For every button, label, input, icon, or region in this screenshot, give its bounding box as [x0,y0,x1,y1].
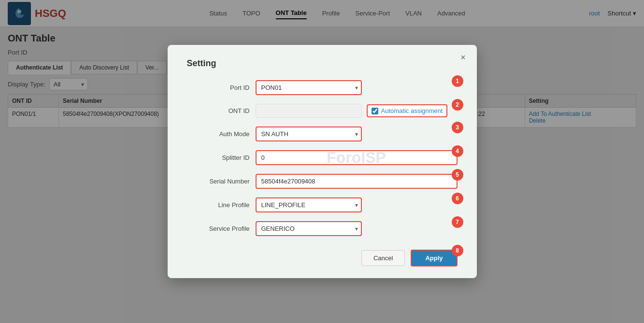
modal-title: Setting [187,58,458,69]
form-row-service-profile: Service Profile GENERICO 7 [187,221,458,236]
apply-button[interactable]: Apply [411,250,457,267]
service-profile-select-wrapper[interactable]: GENERICO [256,221,362,236]
step-badge-8: 8 [452,245,463,256]
service-profile-form-label: Service Profile [187,225,250,232]
automatic-assignment-checkbox[interactable] [372,108,378,114]
form-row-ont-id: ONT ID Automatic assignment 2 [187,104,458,118]
auth-mode-form-label: Auth Mode [187,130,250,138]
ont-id-input[interactable] [256,104,362,118]
step-badge-1: 1 [452,75,463,87]
step-badge-4: 4 [452,145,463,157]
automatic-assignment-text: Automatic assignment [381,107,443,114]
auth-mode-select-wrapper[interactable]: SN AUTH PASSWORD AUTH [256,126,362,141]
port-id-select-wrapper[interactable]: PON01 PON02 [256,80,362,95]
step-badge-2: 2 [452,99,463,111]
serial-number-form-label: Serial Number [187,178,250,185]
serial-number-input[interactable] [256,174,458,189]
service-profile-field: GENERICO 7 [256,221,458,236]
step-badge-5: 5 [452,169,463,181]
ont-id-field: Automatic assignment 2 [256,104,458,118]
form-row-splitter-id: Splitter ID ForoISP 4 [187,150,458,165]
auth-mode-field: SN AUTH PASSWORD AUTH 3 [256,126,458,141]
step-badge-6: 6 [452,193,463,204]
serial-number-field: 5 [256,174,458,189]
line-profile-form-label: Line Profile [187,201,250,209]
modal-overlay: Setting × Port ID PON01 PON02 1 ONT ID [0,0,644,323]
form-row-auth-mode: Auth Mode SN AUTH PASSWORD AUTH 3 [187,126,458,141]
port-id-form-label: Port ID [187,84,250,91]
modal-close-button[interactable]: × [458,52,469,63]
splitter-id-field: ForoISP 4 [256,150,458,165]
line-profile-select-wrapper[interactable]: LINE_PROFILE [256,197,362,212]
form-row-port-id: Port ID PON01 PON02 1 [187,80,458,95]
apply-button-wrapper: Apply 8 [411,250,457,267]
line-profile-select[interactable]: LINE_PROFILE [256,197,362,212]
service-profile-select[interactable]: GENERICO [256,221,362,236]
modal-footer: Cancel Apply 8 [187,250,458,267]
step-badge-3: 3 [452,122,463,133]
form-row-serial-number: Serial Number 5 [187,174,458,189]
splitter-id-input[interactable] [256,150,458,165]
port-id-select[interactable]: PON01 PON02 [256,80,362,95]
ont-id-form-label: ONT ID [187,107,250,114]
setting-modal: Setting × Port ID PON01 PON02 1 ONT ID [168,45,477,278]
cancel-button[interactable]: Cancel [361,250,405,266]
step-badge-7: 7 [452,216,463,228]
port-id-field: PON01 PON02 1 [256,80,458,95]
splitter-id-form-label: Splitter ID [187,154,250,161]
line-profile-field: LINE_PROFILE 6 [256,197,458,212]
form-row-line-profile: Line Profile LINE_PROFILE 6 [187,197,458,212]
auth-mode-select[interactable]: SN AUTH PASSWORD AUTH [256,126,362,141]
automatic-assignment-label[interactable]: Automatic assignment [367,104,448,117]
